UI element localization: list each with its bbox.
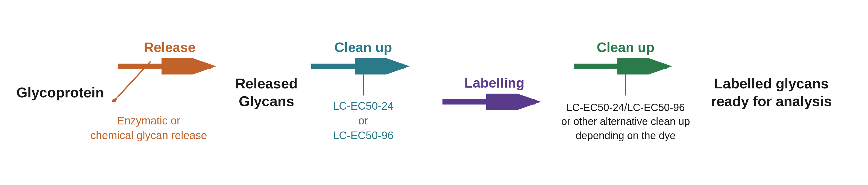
svg-line-3: [118, 62, 151, 97]
released-glycans-label: Released Glycans: [235, 75, 298, 110]
labelling-arrow: [442, 94, 546, 110]
release-sub-line1: Enzymatic or: [90, 113, 207, 128]
cleanup1-label: Clean up: [335, 40, 392, 56]
cleanup2-sub-line1: LC-EC50-24/LC-EC50-96: [561, 101, 690, 115]
labelled-glycans-label: Labelled glycans ready for analysis: [711, 75, 832, 110]
released-glycans-node: Released Glycans: [235, 75, 298, 110]
cleanup2-sub-line3: depending on the dye: [561, 129, 690, 143]
cleanup1-sub-line1: LC-EC50-24: [333, 99, 394, 113]
cleanup2-sub-line2: or other alternative clean up: [561, 115, 690, 128]
cleanup1-sub-line2: or: [333, 113, 394, 128]
workflow-diagram: Glycoprotein Release Enzymatic or: [0, 0, 868, 185]
labelled-glycans-node: Labelled glycans ready for analysis: [691, 75, 851, 110]
cleanup2-sub-text: LC-EC50-24/LC-EC50-96 or other alternati…: [561, 101, 690, 143]
cleanup1-sub-text: LC-EC50-24 or LC-EC50-96: [333, 99, 394, 143]
release-label: Release: [144, 40, 195, 56]
glycoprotein-node: Glycoprotein: [17, 84, 104, 102]
release-diag-arrow: [112, 59, 156, 102]
cleanup1-sub-line3: LC-EC50-96: [333, 128, 394, 143]
cleanup1-vert-arrow: [362, 56, 365, 97]
glycoprotein-label: Glycoprotein: [17, 84, 104, 102]
cleanup2-vert-arrow: [624, 56, 627, 97]
release-sub-text: Enzymatic or chemical glycan release: [90, 113, 207, 143]
release-sub-line2: chemical glycan release: [90, 128, 207, 143]
labelling-label: Labelling: [464, 75, 524, 91]
cleanup2-label: Clean up: [597, 40, 655, 56]
